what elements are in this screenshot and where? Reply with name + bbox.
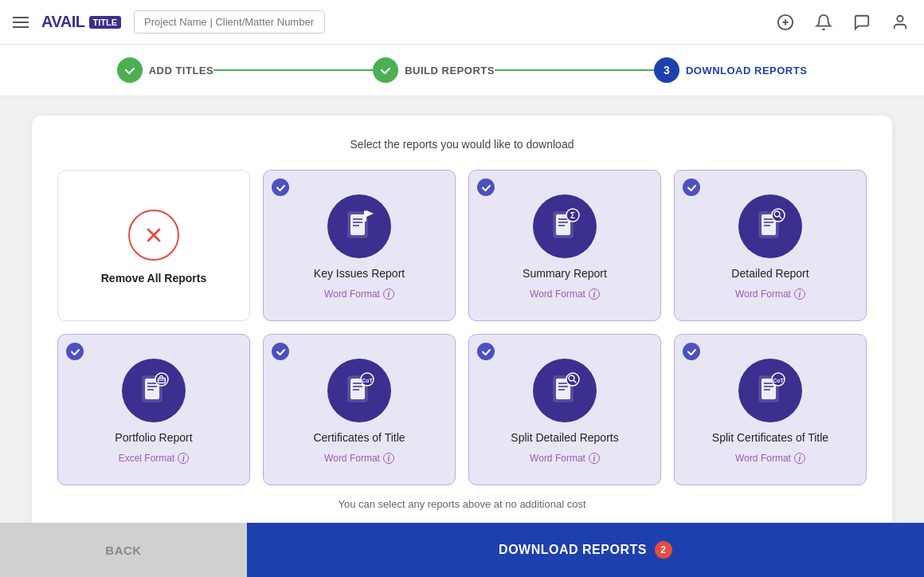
step-circle-add-titles <box>117 57 143 83</box>
detailed-format: Word Format i <box>735 288 805 300</box>
footer-note: You can select any reports above at no a… <box>57 498 867 510</box>
step-label-add-titles: ADD TITLES <box>149 65 214 77</box>
split-detailed-icon <box>533 359 597 422</box>
main-content: Select the reports you would like to dow… <box>0 96 924 555</box>
svg-rect-7 <box>350 214 365 235</box>
reports-grid: Remove All Reports <box>57 170 867 485</box>
split-certificates-icon: CoT <box>738 359 802 422</box>
project-input[interactable] <box>134 10 325 33</box>
svg-point-24 <box>772 209 785 222</box>
split-detailed-info-icon[interactable]: i <box>589 453 600 464</box>
header-icons <box>774 11 911 33</box>
detailed-info-icon[interactable]: i <box>794 288 805 300</box>
summary-icon: Σ <box>533 194 597 258</box>
svg-point-47 <box>566 373 579 386</box>
step-download-reports: 3 DOWNLOAD REPORTS <box>654 57 807 83</box>
portfolio-label: Portfolio Report <box>115 430 192 445</box>
report-card-portfolio[interactable]: Portfolio Report Excel Format i <box>57 334 250 485</box>
check-badge-certificates <box>272 343 289 360</box>
summary-label: Summary Report <box>523 266 607 281</box>
message-icon[interactable] <box>851 11 873 33</box>
check-badge-detailed <box>683 179 700 196</box>
remove-all-label: Remove All Reports <box>101 272 207 285</box>
download-button-label: DOWNLOAD REPORTS <box>499 543 647 557</box>
summary-format: Word Format i <box>530 288 600 300</box>
check-badge-key-issues <box>272 179 289 196</box>
header: AVAIL TITLE <box>0 0 924 45</box>
bell-icon[interactable] <box>812 11 835 33</box>
key-issues-info-icon[interactable]: i <box>383 288 394 300</box>
check-badge-portfolio <box>66 343 84 360</box>
step-add-titles: ADD TITLES <box>117 57 214 83</box>
certificates-label: Certificates of Title <box>313 430 405 445</box>
detailed-icon <box>738 194 802 258</box>
remove-circle-icon <box>128 210 179 261</box>
portfolio-format: Excel Format i <box>119 453 190 464</box>
logo-title-badge: TITLE <box>89 16 122 29</box>
report-card-detailed[interactable]: Detailed Report Word Format i <box>674 170 867 321</box>
key-issues-icon <box>327 194 391 258</box>
split-detailed-format: Word Format i <box>530 453 600 464</box>
select-label: Select the reports you would like to dow… <box>57 138 867 151</box>
step-circle-build-reports <box>373 57 398 83</box>
bottom-bar: BACK DOWNLOAD REPORTS 2 <box>0 523 924 577</box>
key-issues-label: Key Issues Report <box>314 266 405 281</box>
check-badge-summary <box>477 179 495 196</box>
svg-text:CoT: CoT <box>362 378 373 383</box>
download-badge: 2 <box>655 541 672 559</box>
certificates-info-icon[interactable]: i <box>383 453 394 464</box>
certificates-format: Word Format i <box>324 453 394 464</box>
svg-text:CoT: CoT <box>773 378 784 383</box>
svg-point-3 <box>897 15 902 21</box>
report-card-certificates[interactable]: CoT Certificates of Title Word Format i <box>263 334 456 485</box>
split-certificates-info-icon[interactable]: i <box>794 453 805 464</box>
svg-point-32 <box>155 373 168 386</box>
user-icon[interactable] <box>889 11 911 33</box>
certificates-icon: CoT <box>327 359 391 422</box>
portfolio-info-icon[interactable]: i <box>178 453 189 464</box>
add-icon[interactable] <box>774 11 797 33</box>
report-card-remove-all[interactable]: Remove All Reports <box>57 170 250 321</box>
step-label-build-reports: BUILD REPORTS <box>405 65 495 77</box>
split-certificates-label: Split Certificates of Title <box>712 430 828 445</box>
check-badge-split-certificates <box>683 343 700 360</box>
step-build-reports: BUILD REPORTS <box>373 57 495 83</box>
svg-rect-11 <box>364 210 366 222</box>
portfolio-icon <box>122 359 186 422</box>
connector-2 <box>495 69 654 71</box>
step-circle-download-reports: 3 <box>654 57 679 83</box>
report-card-split-detailed[interactable]: Split Detailed Reports Word Format i <box>468 334 661 485</box>
report-card-key-issues[interactable]: Key Issues Report Word Format i <box>263 170 456 321</box>
split-detailed-label: Split Detailed Reports <box>511 430 618 445</box>
report-card-split-certificates[interactable]: CoT Split Certificates of Title Word For… <box>674 334 867 485</box>
step-label-download-reports: DOWNLOAD REPORTS <box>686 65 807 77</box>
progress-bar: ADD TITLES BUILD REPORTS 3 DOWNLOAD REPO… <box>0 45 924 96</box>
logo-avail-text: AVAIL <box>41 13 85 31</box>
download-button[interactable]: DOWNLOAD REPORTS 2 <box>247 523 924 577</box>
app-logo: AVAIL TITLE <box>41 13 121 31</box>
detailed-label: Detailed Report <box>731 266 808 281</box>
svg-text:Σ: Σ <box>570 211 575 220</box>
report-card-summary[interactable]: Σ Summary Report Word Format i <box>468 170 661 321</box>
check-badge-split-detailed <box>477 343 495 360</box>
back-button[interactable]: BACK <box>0 523 247 577</box>
hamburger-menu[interactable] <box>13 17 29 28</box>
summary-info-icon[interactable]: i <box>589 288 600 300</box>
key-issues-format: Word Format i <box>324 288 394 300</box>
connector-1 <box>213 69 373 71</box>
split-certificates-format: Word Format i <box>735 453 805 464</box>
reports-card: Select the reports you would like to dow… <box>32 116 892 536</box>
